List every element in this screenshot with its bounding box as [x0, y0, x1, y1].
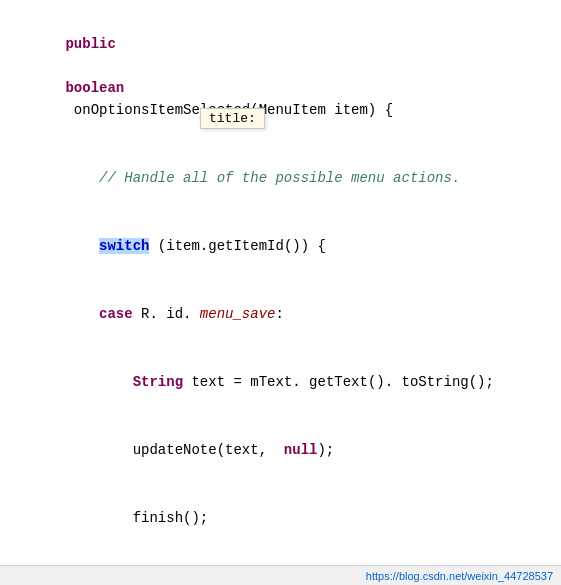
- bottom-bar-url: https://blog.csdn.net/weixin_44728537: [366, 570, 553, 582]
- line-4-content: case R. id. menu_save:: [5, 281, 284, 347]
- tooltip-label: title:: [209, 111, 256, 126]
- code-line-3: switch (item.getItemId()) {: [0, 212, 561, 280]
- tooltip-title: title:: [200, 108, 265, 129]
- line-3-content: switch (item.getItemId()) {: [5, 213, 326, 279]
- line-7-content: finish();: [5, 485, 208, 551]
- line-8-content: break;: [5, 553, 183, 565]
- bottom-bar: https://blog.csdn.net/weixin_44728537: [0, 565, 561, 585]
- code-editor: public boolean onOptionsItemSelected(Men…: [0, 0, 561, 565]
- line-6-content: updateNote(text, null);: [5, 417, 334, 483]
- code-line-1: public boolean onOptionsItemSelected(Men…: [0, 10, 561, 144]
- line-5-content: String text = mText. getText(). toString…: [5, 349, 494, 415]
- keyword-switch: switch: [99, 238, 149, 254]
- code-line-8: break;: [0, 552, 561, 565]
- line-2-content: // Handle all of the possible menu actio…: [5, 145, 460, 211]
- code-line-5: String text = mText. getText(). toString…: [0, 348, 561, 416]
- keyword-boolean: boolean: [65, 80, 124, 96]
- keyword-public: public: [65, 36, 115, 52]
- code-line-7: finish();: [0, 484, 561, 552]
- comment-handle: // Handle all of the possible menu actio…: [65, 170, 460, 186]
- code-line-4: case R. id. menu_save:: [0, 280, 561, 348]
- code-line-2: // Handle all of the possible menu actio…: [0, 144, 561, 212]
- code-line-6: updateNote(text, null);: [0, 416, 561, 484]
